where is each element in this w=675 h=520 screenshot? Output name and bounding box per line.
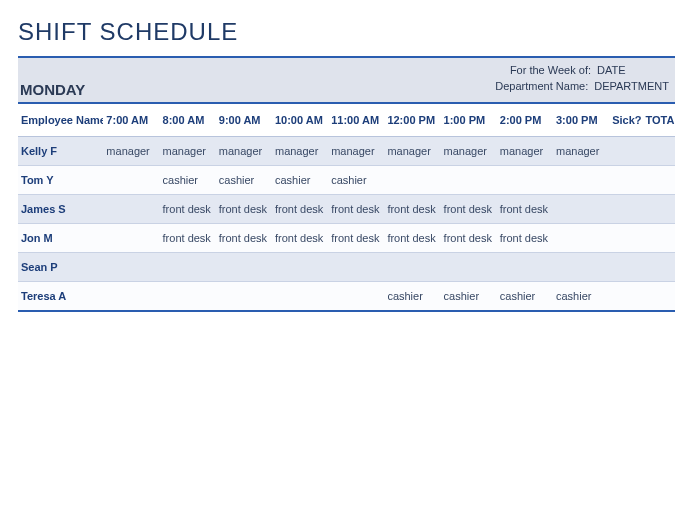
shift-cell [384, 253, 440, 282]
shift-cell: manager [497, 137, 553, 166]
shift-cell: manager [553, 137, 609, 166]
table-row: Sean P [18, 253, 675, 282]
shift-cell: front desk [384, 224, 440, 253]
col-slot: 10:00 AM [272, 104, 328, 137]
week-label: For the Week of: [510, 62, 591, 78]
shift-cell [103, 166, 159, 195]
shift-cell: front desk [328, 224, 384, 253]
shift-cell [328, 282, 384, 311]
employee-name: Sean P [18, 253, 103, 282]
shift-cell: front desk [328, 195, 384, 224]
dept-label: Department Name: [495, 78, 588, 94]
day-name: MONDAY [18, 81, 138, 98]
table-row: Kelly Fmanagermanagermanagermanagermanag… [18, 137, 675, 166]
col-slot: 8:00 AM [160, 104, 216, 137]
employee-name: Jon M [18, 224, 103, 253]
total-cell [642, 224, 675, 253]
page-title: SHIFT SCHEDULE [18, 18, 675, 46]
dept-value: DEPARTMENT [594, 78, 669, 94]
shift-cell: front desk [160, 195, 216, 224]
shift-cell: front desk [216, 195, 272, 224]
shift-cell: cashier [328, 166, 384, 195]
sick-cell [609, 282, 642, 311]
shift-cell: manager [272, 137, 328, 166]
shift-cell [553, 195, 609, 224]
shift-cell [497, 166, 553, 195]
shift-cell: manager [103, 137, 159, 166]
shift-cell: cashier [272, 166, 328, 195]
sick-cell [609, 166, 642, 195]
shift-cell [328, 253, 384, 282]
header-row: Employee Name 7:00 AM 8:00 AM 9:00 AM 10… [18, 104, 675, 137]
sick-cell [609, 253, 642, 282]
table-row: James Sfront deskfront deskfront deskfro… [18, 195, 675, 224]
divider [18, 310, 675, 312]
employee-name: Teresa A [18, 282, 103, 311]
employee-name: James S [18, 195, 103, 224]
shift-cell [441, 253, 497, 282]
col-slot: 7:00 AM [103, 104, 159, 137]
shift-cell: manager [384, 137, 440, 166]
employee-name: Kelly F [18, 137, 103, 166]
shift-cell: manager [441, 137, 497, 166]
shift-cell: cashier [384, 282, 440, 311]
shift-cell [103, 282, 159, 311]
shift-cell: manager [328, 137, 384, 166]
col-total: TOTAL [642, 104, 675, 137]
col-slot: 1:00 PM [441, 104, 497, 137]
shift-cell: cashier [216, 166, 272, 195]
sick-cell [609, 137, 642, 166]
shift-cell [160, 253, 216, 282]
total-cell [642, 166, 675, 195]
shift-cell [216, 253, 272, 282]
shift-cell: front desk [441, 195, 497, 224]
shift-cell: front desk [497, 195, 553, 224]
total-cell [642, 253, 675, 282]
shift-cell [553, 253, 609, 282]
col-slot: 2:00 PM [497, 104, 553, 137]
sick-cell [609, 195, 642, 224]
table-row: Tom Ycashiercashiercashiercashier [18, 166, 675, 195]
shift-cell [103, 224, 159, 253]
shift-cell: front desk [384, 195, 440, 224]
shift-cell: cashier [553, 282, 609, 311]
shift-cell [553, 224, 609, 253]
shift-cell [384, 166, 440, 195]
schedule-table: Employee Name 7:00 AM 8:00 AM 9:00 AM 10… [18, 104, 675, 311]
shift-cell: cashier [160, 166, 216, 195]
shift-cell: front desk [272, 195, 328, 224]
shift-cell [103, 253, 159, 282]
shift-cell [103, 195, 159, 224]
table-row: Jon Mfront deskfront deskfront deskfront… [18, 224, 675, 253]
shift-cell: cashier [497, 282, 553, 311]
col-slot: 11:00 AM [328, 104, 384, 137]
shift-cell [272, 253, 328, 282]
col-slot: 12:00 PM [384, 104, 440, 137]
shift-cell [553, 166, 609, 195]
shift-cell: front desk [272, 224, 328, 253]
shift-schedule-sheet: SHIFT SCHEDULE MONDAY For the Week of: D… [0, 0, 675, 312]
shift-cell: manager [160, 137, 216, 166]
week-value: DATE [597, 62, 669, 78]
sick-cell [609, 224, 642, 253]
shift-cell [272, 282, 328, 311]
shift-cell: front desk [216, 224, 272, 253]
shift-cell: front desk [160, 224, 216, 253]
col-employee: Employee Name [18, 104, 103, 137]
table-row: Teresa Acashiercashiercashiercashier [18, 282, 675, 311]
day-header-row: MONDAY For the Week of: DATE Department … [18, 58, 675, 102]
shift-cell [441, 166, 497, 195]
total-cell [642, 137, 675, 166]
shift-cell: front desk [441, 224, 497, 253]
shift-cell: front desk [497, 224, 553, 253]
shift-cell [497, 253, 553, 282]
col-slot: 9:00 AM [216, 104, 272, 137]
shift-cell: cashier [441, 282, 497, 311]
total-cell [642, 195, 675, 224]
employee-name: Tom Y [18, 166, 103, 195]
shift-cell [216, 282, 272, 311]
col-sick: Sick? [609, 104, 642, 137]
meta-block: For the Week of: DATE Department Name: D… [495, 62, 669, 94]
total-cell [642, 282, 675, 311]
shift-cell: manager [216, 137, 272, 166]
